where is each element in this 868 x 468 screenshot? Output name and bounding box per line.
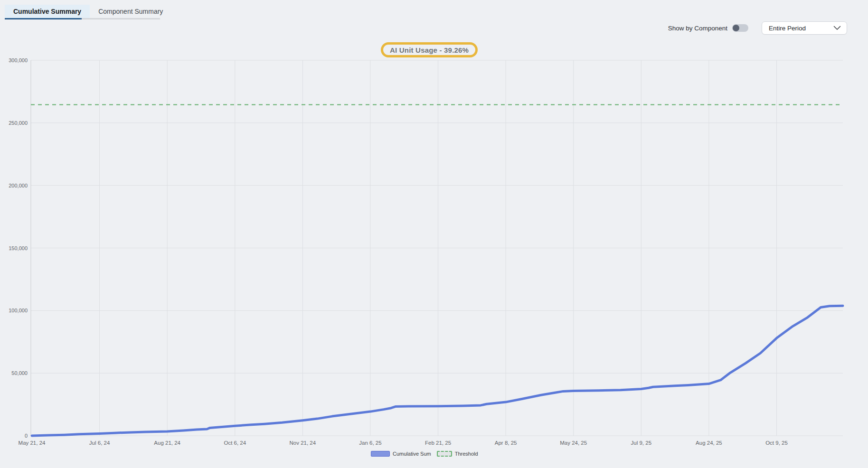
svg-text:May 21, 24: May 21, 24 (19, 440, 46, 446)
legend-item-cumulative-sum[interactable]: Cumulative Sum (371, 451, 431, 457)
svg-text:Jul 9, 25: Jul 9, 25 (631, 440, 651, 446)
svg-text:100,000: 100,000 (9, 308, 28, 313)
svg-text:Nov 21, 24: Nov 21, 24 (290, 440, 316, 446)
cumulative-sum-swatch (371, 451, 390, 457)
chart-legend: Cumulative Sum Threshold (371, 451, 478, 457)
svg-text:May 24, 25: May 24, 25 (560, 440, 587, 446)
cumulative-sum-label: Cumulative Sum (393, 451, 431, 457)
svg-text:Oct 6, 24: Oct 6, 24 (224, 440, 246, 446)
threshold-swatch (437, 451, 452, 457)
svg-text:Apr 8, 25: Apr 8, 25 (495, 440, 517, 446)
svg-text:50,000: 50,000 (11, 370, 28, 376)
legend-item-threshold[interactable]: Threshold (437, 451, 478, 457)
svg-text:Jan 6, 25: Jan 6, 25 (359, 440, 381, 446)
svg-text:Jul 6, 24: Jul 6, 24 (89, 440, 110, 446)
svg-text:250,000: 250,000 (9, 120, 28, 126)
svg-text:Oct 9, 25: Oct 9, 25 (765, 440, 788, 446)
svg-text:Aug 21, 24: Aug 21, 24 (154, 440, 180, 446)
svg-text:150,000: 150,000 (9, 245, 28, 251)
svg-text:200,000: 200,000 (9, 183, 28, 188)
svg-text:300,000: 300,000 (9, 57, 28, 63)
svg-text:Feb 21, 25: Feb 21, 25 (425, 440, 451, 446)
cumulative-summary-page: Cumulative Summary Component Summary Sho… (0, 0, 868, 468)
svg-text:0: 0 (25, 433, 28, 439)
threshold-label: Threshold (455, 451, 478, 457)
cumulative-usage-chart: 050,000100,000150,000200,000250,000300,0… (0, 0, 868, 468)
svg-text:Aug 24, 25: Aug 24, 25 (696, 440, 722, 446)
